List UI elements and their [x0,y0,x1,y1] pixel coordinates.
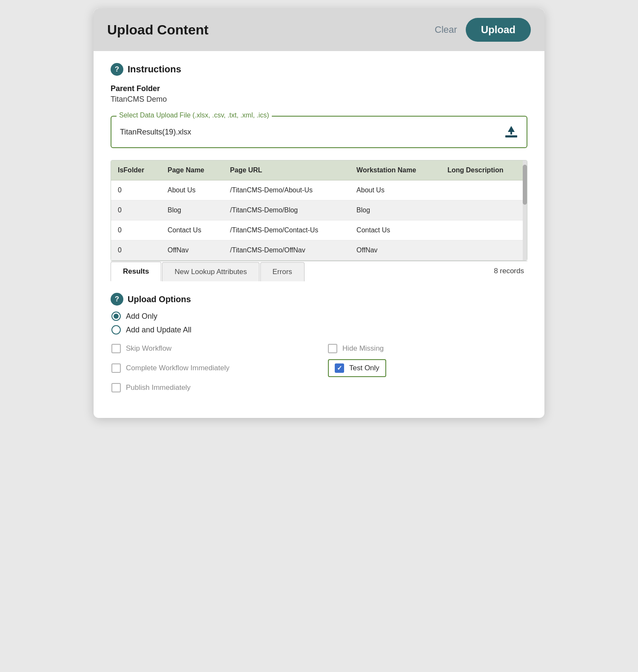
radio-add-update-all[interactable]: Add and Update All [111,325,527,335]
modal-body: ? Instructions Parent Folder TitanCMS De… [94,51,544,418]
table-header-row: IsFolder Page Name Page URL Workstation … [111,160,527,180]
records-count: 8 records [494,267,527,275]
table-cell-workstationname: Contact Us [350,220,441,240]
checkbox-hide-missing[interactable]: Hide Missing [328,344,527,353]
checkbox-test-only[interactable]: Test Only [328,359,527,377]
upload-button[interactable]: Upload [466,18,531,42]
scrollbar-thumb [523,165,527,205]
checkboxes-grid: Skip Workflow Hide Missing Complete Work… [111,344,527,392]
scrollbar[interactable] [523,160,527,260]
data-table: IsFolder Page Name Page URL Workstation … [111,160,527,260]
radio-add-update-all-label: Add and Update All [126,326,191,335]
table-cell-isfolder: 0 [111,200,161,220]
checkbox-publish-immediately-box[interactable] [111,383,121,392]
table-cell-longdescription [441,180,527,200]
table-cell-pagename: About Us [161,180,223,200]
table-cell-longdescription [441,220,527,240]
table-cell-isfolder: 0 [111,180,161,200]
table-scroll[interactable]: IsFolder Page Name Page URL Workstation … [111,160,527,260]
checkbox-hide-missing-box[interactable] [328,344,337,353]
modal-title: Upload Content [107,22,208,38]
radio-group: Add Only Add and Update All [111,312,527,335]
checkbox-publish-immediately[interactable]: Publish Immediately [111,383,311,392]
table-cell-isfolder: 0 [111,240,161,260]
svg-rect-0 [505,135,517,137]
upload-content-modal: Upload Content Clear Upload ? Instructio… [94,9,544,418]
table-row: 0About Us/TitanCMS-Demo/About-UsAbout Us [111,180,527,200]
table-cell-pagename: OffNav [161,240,223,260]
table-row: 0OffNav/TitanCMS-Demo/OffNavOffNav [111,240,527,260]
file-upload-legend: Select Data Upload File (.xlsx, .csv, .t… [117,112,272,119]
table-row: 0Contact Us/TitanCMS-Demo/Contact-UsCont… [111,220,527,240]
radio-add-update-all-indicator[interactable] [111,325,121,335]
table-cell-pageurl: /TitanCMS-Demo/Blog [223,200,350,220]
parent-folder-section: Parent Folder TitanCMS Demo [111,84,527,104]
radio-add-only[interactable]: Add Only [111,312,527,321]
table-cell-workstationname: About Us [350,180,441,200]
col-header-pagename: Page Name [161,160,223,180]
tabs-row: Results New Lookup Attributes Errors 8 r… [111,261,527,281]
radio-add-only-indicator[interactable] [111,312,121,321]
svg-marker-1 [508,126,515,134]
checkbox-skip-workflow-label: Skip Workflow [126,344,171,353]
checkbox-test-only-box[interactable] [335,363,344,373]
checkbox-skip-workflow[interactable]: Skip Workflow [111,344,311,353]
file-upload-inner: TitanResults(19).xlsx [111,117,527,147]
table-cell-isfolder: 0 [111,220,161,240]
table-cell-pageurl: /TitanCMS-Demo/Contact-Us [223,220,350,240]
parent-folder-label: Parent Folder [111,84,527,93]
checkbox-complete-workflow-label: Complete Workflow Immediately [126,364,229,372]
table-cell-pageurl: /TitanCMS-Demo/OffNav [223,240,350,260]
parent-folder-value: TitanCMS Demo [111,95,527,104]
checkbox-skip-workflow-box[interactable] [111,344,121,353]
col-header-pageurl: Page URL [223,160,350,180]
table-row: 0Blog/TitanCMS-Demo/BlogBlog [111,200,527,220]
instructions-help-icon[interactable]: ? [111,63,123,76]
upload-options-label: Upload Options [128,295,191,304]
data-table-wrapper: IsFolder Page Name Page URL Workstation … [111,160,527,261]
file-name: TitanResults(19).xlsx [120,128,191,137]
table-cell-pagename: Contact Us [161,220,223,240]
table-cell-pageurl: /TitanCMS-Demo/About-Us [223,180,350,200]
checkbox-hide-missing-label: Hide Missing [342,344,384,353]
upload-options-heading: ? Upload Options [111,293,527,306]
table-cell-workstationname: Blog [350,200,441,220]
tab-errors[interactable]: Errors [260,262,305,281]
tab-new-lookup-attributes[interactable]: New Lookup Attributes [162,262,259,281]
file-upload-field: Select Data Upload File (.xlsx, .csv, .t… [111,116,527,148]
col-header-longdesc: Long Description [441,160,527,180]
checkbox-test-only-label: Test Only [349,364,379,372]
checkbox-publish-immediately-label: Publish Immediately [126,383,191,392]
col-header-workstation: Workstation Name [350,160,441,180]
upload-options-section: ? Upload Options Add Only Add and Update… [111,293,527,392]
upload-options-help-icon[interactable]: ? [111,293,123,306]
table-cell-longdescription [441,200,527,220]
modal-header: Upload Content Clear Upload [94,9,544,51]
clear-button[interactable]: Clear [435,24,457,35]
tabs-left: Results New Lookup Attributes Errors [111,261,305,281]
table-cell-workstationname: OffNav [350,240,441,260]
instructions-label: Instructions [128,64,181,75]
table-cell-pagename: Blog [161,200,223,220]
table-cell-longdescription [441,240,527,260]
col-header-isfolder: IsFolder [111,160,161,180]
test-only-highlighted-wrapper: Test Only [328,359,386,377]
upload-arrow-icon [504,124,519,140]
checkbox-complete-workflow-box[interactable] [111,363,121,373]
header-actions: Clear Upload [435,18,531,42]
tab-results[interactable]: Results [111,262,161,281]
file-upload-button[interactable] [504,124,519,140]
instructions-row: ? Instructions [111,63,527,76]
checkbox-complete-workflow[interactable]: Complete Workflow Immediately [111,359,311,377]
radio-add-only-label: Add Only [126,312,157,321]
